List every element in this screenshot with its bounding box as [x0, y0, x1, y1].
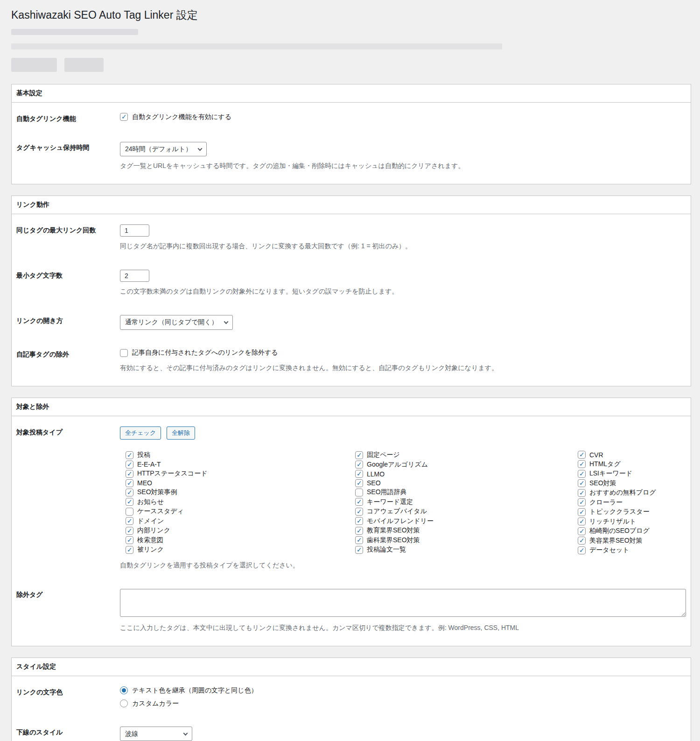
post-type-option[interactable]: 教育業界SEO対策	[355, 526, 578, 535]
post-type-checkbox[interactable]	[578, 489, 586, 497]
cache-duration-select[interactable]: 24時間（デフォルト）	[120, 142, 207, 157]
post-type-option[interactable]: 歯科業界SEO対策	[355, 536, 578, 545]
post-type-checkbox[interactable]	[578, 451, 586, 459]
post-type-checkbox[interactable]	[355, 536, 363, 544]
post-type-checkbox[interactable]	[126, 451, 133, 459]
post-type-checkbox[interactable]	[578, 479, 586, 487]
post-type-option[interactable]: トピッククラスター	[578, 508, 686, 516]
link-color-option[interactable]: テキスト色を継承（周囲の文字と同じ色）	[120, 686, 686, 695]
post-type-option[interactable]: 柏崎剛のSEOブログ	[578, 527, 686, 535]
auto-link-toggle[interactable]: 自動タグリンク機能を有効にする	[120, 113, 231, 121]
link-color-radio[interactable]	[120, 699, 128, 707]
post-type-option[interactable]: E-E-A-T	[126, 461, 355, 468]
post-type-checkbox[interactable]	[578, 498, 586, 506]
post-type-checkbox[interactable]	[578, 460, 586, 468]
post-type-option[interactable]: 検索意図	[126, 536, 355, 545]
post-type-option-label: 内部リンク	[137, 526, 170, 535]
post-type-option[interactable]: リッチリザルト	[578, 517, 686, 526]
post-type-option[interactable]: データセット	[578, 546, 686, 554]
min-length-description: この文字数未満のタグは自動リンクの対象外になります。短いタグの誤マッチを防止しま…	[120, 287, 686, 296]
post-types-label: 対象投稿タイプ	[16, 426, 120, 570]
post-type-checkbox[interactable]	[578, 508, 586, 516]
post-type-column: CVRHTMLタグLSIキーワードSEO対策おすすめの無料ブログクローラートピッ…	[578, 450, 686, 556]
uncheck-all-button[interactable]: 全解除	[167, 426, 195, 440]
post-type-option[interactable]: LSIキーワード	[578, 469, 686, 478]
post-type-checkbox[interactable]	[355, 508, 363, 516]
post-type-checkbox[interactable]	[126, 536, 133, 544]
post-type-option[interactable]: モバイルフレンドリー	[355, 517, 578, 525]
post-type-option-label: 検索意図	[137, 536, 163, 545]
post-type-option-label: 被リンク	[137, 545, 164, 554]
post-type-checkbox[interactable]	[126, 508, 133, 516]
post-type-option[interactable]: CVR	[578, 451, 686, 459]
exclude-tags-label: 除外タグ	[16, 589, 120, 633]
post-type-checkbox[interactable]	[355, 546, 363, 554]
faded-notice-line	[11, 29, 138, 35]
post-type-option[interactable]: HTTPステータスコード	[126, 469, 355, 478]
auto-link-checkbox[interactable]	[120, 113, 128, 121]
post-type-option-label: E-E-A-T	[137, 461, 161, 468]
post-type-checkbox[interactable]	[578, 470, 586, 478]
post-type-option[interactable]: SEO対策	[578, 479, 686, 488]
post-type-checkbox[interactable]	[578, 546, 586, 554]
link-color-radio[interactable]	[120, 686, 128, 694]
post-type-option[interactable]: おすすめの無料ブログ	[578, 489, 686, 497]
post-type-checkbox[interactable]	[355, 470, 363, 478]
post-type-checkbox[interactable]	[126, 546, 133, 554]
cache-duration-value: 24時間（デフォルト）	[125, 145, 192, 154]
row-link-target: リンクの開き方 通常リンク（同じタブで開く）	[12, 306, 691, 339]
post-type-checkbox[interactable]	[355, 527, 363, 535]
post-type-option[interactable]: コアウェブバイタル	[355, 507, 578, 516]
post-type-option[interactable]: 投稿	[126, 451, 355, 459]
post-type-option[interactable]: ケーススタディ	[126, 507, 355, 516]
post-type-option[interactable]: Googleアルゴリズム	[355, 461, 578, 469]
post-type-option[interactable]: クローラー	[578, 498, 686, 507]
max-links-input[interactable]	[120, 224, 149, 237]
dismissed-notice	[11, 29, 691, 72]
post-type-option[interactable]: キーワード選定	[355, 498, 578, 506]
exclude-self-checkbox[interactable]	[120, 349, 128, 357]
post-type-checkbox[interactable]	[126, 479, 133, 487]
post-type-checkbox[interactable]	[126, 470, 133, 478]
post-type-option-label: MEO	[137, 479, 152, 487]
underline-style-select[interactable]: 波線	[120, 727, 192, 741]
link-target-select[interactable]: 通常リンク（同じタブで開く）	[120, 315, 233, 330]
post-type-grid: 投稿E-E-A-THTTPステータスコードMEOSEO対策事例お知らせケーススタ…	[120, 450, 686, 556]
post-type-checkbox[interactable]	[126, 517, 133, 525]
post-type-option[interactable]: MEO	[126, 479, 355, 487]
post-type-option[interactable]: ドメイン	[126, 517, 355, 525]
link-color-option-label: カスタムカラー	[132, 699, 179, 708]
post-type-option[interactable]: SEO対策事例	[126, 488, 355, 496]
exclude-tags-textarea[interactable]	[120, 589, 686, 617]
post-type-option[interactable]: 内部リンク	[126, 526, 355, 535]
post-type-option[interactable]: 投稿論文一覧	[355, 545, 578, 554]
post-type-option[interactable]: 被リンク	[126, 545, 355, 554]
post-type-option[interactable]: LLMO	[355, 470, 578, 478]
post-type-option-label: LSIキーワード	[589, 469, 632, 478]
post-type-option[interactable]: SEO用語辞典	[355, 488, 578, 496]
post-type-checkbox[interactable]	[578, 517, 586, 525]
post-type-checkbox[interactable]	[355, 451, 363, 459]
post-type-checkbox[interactable]	[355, 461, 363, 468]
post-type-option[interactable]: 美容業界SEO対策	[578, 537, 686, 545]
post-type-option[interactable]: 固定ページ	[355, 451, 578, 459]
exclude-self-toggle[interactable]: 記事自身に付与されたタグへのリンクを除外する	[120, 349, 278, 357]
min-length-input[interactable]	[120, 270, 149, 282]
post-type-checkbox[interactable]	[355, 489, 363, 496]
auto-link-label: 自動タグリンク機能	[16, 113, 120, 123]
post-type-checkbox[interactable]	[355, 498, 363, 506]
post-type-checkbox[interactable]	[578, 527, 586, 535]
post-type-checkbox[interactable]	[126, 527, 133, 535]
post-type-checkbox[interactable]	[126, 498, 133, 506]
link-color-option[interactable]: カスタムカラー	[120, 699, 686, 708]
post-type-option[interactable]: HTMLタグ	[578, 460, 686, 468]
post-type-option-label: リッチリザルト	[589, 517, 636, 526]
post-type-checkbox[interactable]	[578, 537, 586, 545]
post-type-checkbox[interactable]	[355, 517, 363, 525]
post-type-checkbox[interactable]	[126, 461, 133, 468]
post-type-checkbox[interactable]	[126, 489, 133, 496]
post-type-option[interactable]: お知らせ	[126, 498, 355, 506]
check-all-button[interactable]: 全チェック	[120, 426, 161, 440]
post-type-option[interactable]: SEO	[355, 479, 578, 487]
post-type-checkbox[interactable]	[355, 479, 363, 487]
